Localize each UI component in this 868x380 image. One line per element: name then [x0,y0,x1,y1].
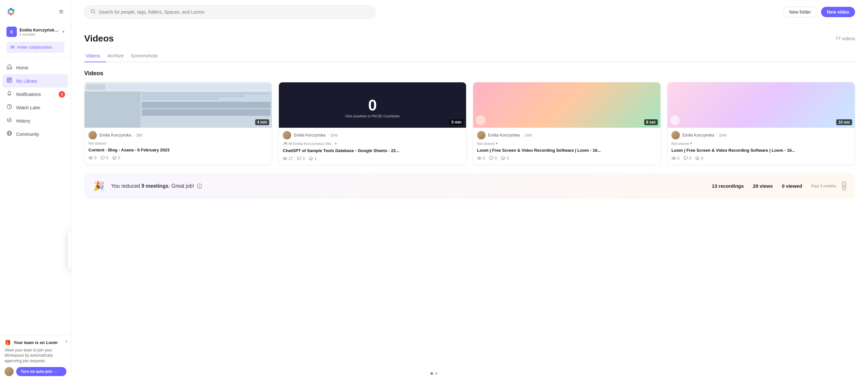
invite-collaborators-button[interactable]: ✉ Invite collaborators [6,41,64,53]
video-date: · 1mo [717,133,726,138]
sidebar-item-notifications-label: Notifications [16,92,41,97]
reactions-stat: 0 [501,156,509,160]
viewed-stat: 0 viewed [782,183,802,189]
author-avatar [672,131,680,139]
notification-header: 🎁 Your team is on Loom [4,340,66,346]
tab-screenshots[interactable]: Screenshots [129,50,163,62]
svg-point-25 [286,142,287,143]
sidebar-item-home[interactable]: Home [3,61,68,74]
notification-emoji: 🎁 [4,340,11,346]
new-folder-button[interactable]: New folder [783,6,817,18]
home-icon [6,64,13,71]
video-info: Emilia Korczyńska · 16d Not shared Conte… [85,128,272,164]
reactions-stat: 1 [309,156,317,161]
sidebar-item-community-label: Community [16,131,39,137]
video-title: Loom | Free Screen & Video Recording Sof… [477,148,656,153]
svg-point-4 [12,12,14,14]
recordings-stat: 13 recordings [712,183,744,189]
main-content: New folder New video Videos 77 videos Vi… [71,0,868,380]
videos-grid: 4 min Emilia Korczyńska · 16d Not shared… [84,82,855,165]
banner-emoji: 🎉 [93,181,104,191]
banner-text: You reduced 9 meetings. Great job! [111,183,705,189]
nav-section: Home My Library Notifications 3 Watch La… [0,57,71,367]
svg-point-23 [115,157,116,158]
tabs: Videos Archive Screenshots [84,50,855,62]
video-thumbnail: 10 sec [668,82,855,128]
video-thumbnail: 0 Click anywhere to PAUSE Countdown 5 mi… [279,82,466,128]
views-stat: 17 [283,156,293,161]
video-card[interactable]: 8 sec Emilia Korczyńska · 1mo Not shared… [473,82,661,165]
workspace-info: Emilia Korczyńska's Wo... 1 member [20,28,60,36]
sidebar-item-watch-later-label: Watch Later [16,105,40,110]
svg-rect-14 [8,80,10,81]
sidebar-item-history[interactable]: History [3,114,68,127]
video-duration: 10 sec [836,119,852,125]
svg-point-37 [698,157,699,158]
workspace-avatar: E [6,27,17,37]
author-avatar [477,131,486,139]
banner-next-button[interactable]: › [842,181,846,190]
not-shared-label: Not shared [672,142,689,146]
reactions-stat: 0 [695,156,703,160]
video-date: · 1mo [328,133,338,138]
new-video-button[interactable]: New video [821,7,855,17]
views-stat: 0 [672,156,680,160]
chevron-down-icon: ▾ [63,30,64,34]
svg-point-30 [479,157,480,159]
comments-stat: 0 [100,156,108,160]
svg-rect-13 [8,79,11,80]
svg-point-5 [10,13,12,16]
svg-point-32 [502,157,503,158]
comments-stat: 0 [683,156,691,160]
svg-point-39 [199,185,200,186]
views-value: 28 views [753,183,773,189]
video-card[interactable]: 4 min Emilia Korczyńska · 16d Not shared… [84,82,272,165]
video-card[interactable]: 0 Click anywhere to PAUSE Countdown 5 mi… [279,82,466,165]
sidebar-item-notifications[interactable]: Notifications 3 [3,88,68,101]
workspace-selector[interactable]: E Emilia Korczyńska's Wo... 1 member ▾ [4,25,67,39]
sidebar-item-home-label: Home [16,65,28,70]
shared-chevron-icon: ▾ [496,141,498,146]
thumb-counter: 0 [368,96,377,114]
shared-chevron-icon: ▾ [690,141,692,146]
video-duration: 5 min [450,119,463,125]
video-meta: Emilia Korczyńska · 1mo [283,131,462,139]
svg-point-29 [311,158,312,158]
banner-period: Past 3 months [811,184,836,188]
svg-point-26 [284,158,286,159]
svg-point-33 [504,157,504,158]
views-stat: 0 [88,156,96,160]
invite-label: Invite collaborators [17,45,53,50]
comments-stat: 0 [489,156,497,160]
views-stat: 28 views [753,183,773,189]
sidebar-collapse-button[interactable] [57,7,66,16]
team-notification: × 🎁 Your team is on Loom Allow your team… [0,335,71,380]
sidebar-item-community[interactable]: Community [3,127,68,141]
svg-point-24 [284,142,286,144]
search-input[interactable] [99,9,370,14]
sidebar-item-my-library[interactable]: My Library [3,74,68,88]
video-date: · 16d [134,133,143,138]
recordings-value: 13 recordings [712,183,744,189]
banner-dot-1 [430,372,433,375]
sidebar-item-history-label: History [16,118,30,123]
notification-footer: Turn on auto-join → [4,367,66,376]
turn-on-auto-join-button[interactable]: Turn on auto-join → [16,367,66,376]
video-title: Content - Blog - Asana - 6 February 2023 [88,147,268,153]
tab-videos[interactable]: Videos [84,50,106,62]
svg-point-0 [5,6,17,18]
not-shared-label: Not shared [477,142,495,146]
notification-description: Allow your team to join your Workspace b… [4,348,66,364]
sidebar-item-watch-later[interactable]: Watch Later [3,101,68,114]
video-date: · 1mo [522,133,532,138]
banner-stats: 13 recordings 28 views 0 viewed Past 3 m… [712,183,836,189]
video-card[interactable]: 10 sec Emilia Korczyńska · 1mo Not share… [667,82,855,165]
svg-point-3 [12,9,14,11]
video-count: 77 videos [836,36,855,41]
viewed-value: 0 viewed [782,183,802,189]
author-name: Emilia Korczyńska [99,133,131,138]
search-bar[interactable] [84,5,376,19]
notification-close-button[interactable]: × [65,339,68,344]
tab-archive[interactable]: Archive [106,50,129,62]
video-info: Emilia Korczyńska · 1mo All Emilia Korcz… [279,128,466,165]
